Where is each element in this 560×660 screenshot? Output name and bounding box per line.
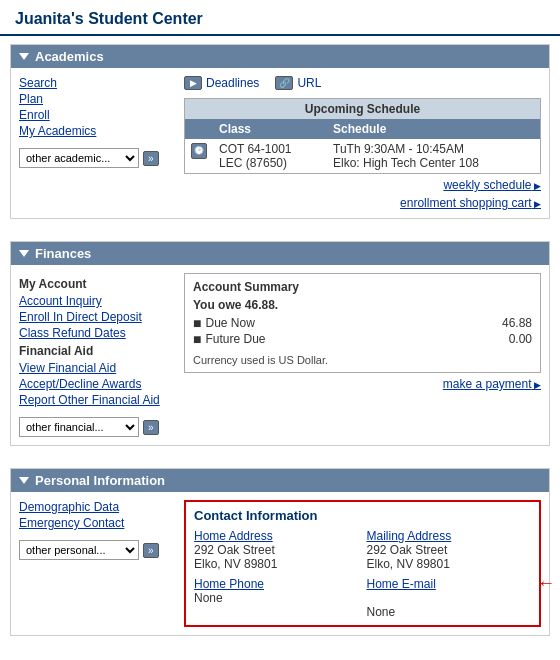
personal-header: Personal Information: [11, 469, 549, 492]
schedule-row-class: COT 64-1001 LEC (87650): [213, 139, 327, 173]
academics-section: Academics Search Plan Enroll My Academic…: [10, 44, 550, 219]
future-due-bullet: ■: [193, 332, 201, 346]
schedule-col-icon: [185, 119, 213, 139]
url-label: URL: [297, 76, 321, 90]
home-email-value: None: [367, 605, 396, 619]
report-other-aid-link[interactable]: Report Other Financial Aid: [19, 393, 174, 407]
home-address-label[interactable]: Home Address: [194, 529, 359, 543]
home-address-cell: Home Address 292 Oak Street Elko, NV 898…: [194, 529, 359, 571]
academics-dropdown-row: other academic... Advisor Transcripts »: [19, 148, 174, 168]
contact-info-title: Contact Information: [194, 508, 531, 523]
personal-collapse-icon: [19, 477, 29, 484]
future-due-amount: 0.00: [482, 332, 532, 346]
finances-body: My Account Account Inquiry Enroll In Dir…: [11, 265, 549, 445]
due-now-amount: 46.88: [482, 316, 532, 330]
view-financial-aid-link[interactable]: View Financial Aid: [19, 361, 174, 375]
home-email-label[interactable]: Home E-mail ←: [367, 577, 532, 591]
page-title: Juanita's Student Center: [0, 0, 560, 36]
deadlines-tool[interactable]: ▶ Deadlines: [184, 76, 259, 90]
future-due-row: ■ Future Due 0.00: [193, 332, 532, 346]
academics-nav: Search Plan Enroll My Academics other ac…: [19, 76, 174, 210]
personal-dropdown[interactable]: other personal... Names Addresses: [19, 540, 139, 560]
currency-note: Currency used is US Dollar.: [193, 354, 532, 366]
personal-go-button[interactable]: »: [143, 543, 159, 558]
schedule-links: weekly schedule: [184, 178, 541, 192]
personal-section: Personal Information Demographic Data Em…: [10, 468, 550, 636]
finances-nav: My Account Account Inquiry Enroll In Dir…: [19, 273, 174, 437]
academics-title: Academics: [35, 49, 104, 64]
home-email-cell: Home E-mail ← None: [367, 577, 532, 619]
personal-body: Demographic Data Emergency Contact other…: [11, 492, 549, 635]
finances-go-button[interactable]: »: [143, 420, 159, 435]
academics-header: Academics: [11, 45, 549, 68]
nav-link-my-academics[interactable]: My Academics: [19, 124, 174, 138]
mailing-address-label[interactable]: Mailing Address: [367, 529, 532, 543]
upcoming-schedule-title: Upcoming Schedule: [185, 99, 540, 119]
nav-link-search[interactable]: Search: [19, 76, 174, 90]
nav-link-enroll[interactable]: Enroll: [19, 108, 174, 122]
home-address-line2: Elko, NV 89801: [194, 557, 277, 571]
future-due-label: Future Due: [205, 332, 482, 346]
class-name-line2: LEC (87650): [219, 156, 287, 170]
my-account-heading: My Account: [19, 277, 174, 291]
schedule-col-schedule: Schedule: [327, 119, 540, 139]
schedule-row-schedule: TuTh 9:30AM - 10:45AM Elko: High Tech Ce…: [327, 139, 540, 173]
academics-go-button[interactable]: »: [143, 151, 159, 166]
demographic-data-link[interactable]: Demographic Data: [19, 500, 174, 514]
schedule-row: 🕑 COT 64-1001 LEC (87650) TuTh 9:30AM - …: [185, 139, 540, 173]
home-address-line1: 292 Oak Street: [194, 543, 275, 557]
schedule-table: Class Schedule 🕑 COT 64-1001 LEC (87650): [185, 119, 540, 173]
make-payment-link[interactable]: make a payment: [443, 377, 541, 391]
academics-dropdown[interactable]: other academic... Advisor Transcripts: [19, 148, 139, 168]
mailing-address-line2: Elko, NV 89801: [367, 557, 450, 571]
finances-content: Account Summary You owe 46.88. ■ Due Now…: [184, 273, 541, 437]
enrollment-cart-link-row: enrollment shopping cart: [184, 196, 541, 210]
class-icon: 🕑: [191, 143, 207, 159]
upcoming-schedule: Upcoming Schedule Class Schedule 🕑: [184, 98, 541, 174]
contact-grid: Home Address 292 Oak Street Elko, NV 898…: [194, 529, 531, 619]
schedule-location: Elko: High Tech Center 108: [333, 156, 479, 170]
finances-title: Finances: [35, 246, 91, 261]
url-icon: 🔗: [275, 76, 293, 90]
due-now-bullet: ■: [193, 316, 201, 330]
personal-content: Contact Information Home Address 292 Oak…: [184, 500, 541, 627]
emergency-contact-link[interactable]: Emergency Contact: [19, 516, 174, 530]
refund-dates-link[interactable]: Class Refund Dates: [19, 326, 174, 340]
due-now-label: Due Now: [205, 316, 482, 330]
finances-collapse-icon: [19, 250, 29, 257]
account-summary-title: Account Summary: [193, 280, 532, 294]
deadlines-label: Deadlines: [206, 76, 259, 90]
personal-title: Personal Information: [35, 473, 165, 488]
financial-aid-heading: Financial Aid: [19, 344, 174, 358]
academics-content: ▶ Deadlines 🔗 URL Upcoming Schedule Clas…: [184, 76, 541, 210]
schedule-time: TuTh 9:30AM - 10:45AM: [333, 142, 464, 156]
home-phone-cell: Home Phone None: [194, 577, 359, 619]
home-phone-label[interactable]: Home Phone: [194, 577, 359, 591]
mailing-address-line1: 292 Oak Street: [367, 543, 448, 557]
collapse-triangle-icon: [19, 53, 29, 60]
finances-section: Finances My Account Account Inquiry Enro…: [10, 241, 550, 446]
enrollment-cart-link[interactable]: enrollment shopping cart: [400, 196, 541, 210]
finances-dropdown-row: other financial... Tax Forms »: [19, 417, 174, 437]
nav-link-plan[interactable]: Plan: [19, 92, 174, 106]
direct-deposit-link[interactable]: Enroll In Direct Deposit: [19, 310, 174, 324]
personal-dropdown-row: other personal... Names Addresses »: [19, 540, 174, 560]
toolbox-row: ▶ Deadlines 🔗 URL: [184, 76, 541, 90]
due-now-row: ■ Due Now 46.88: [193, 316, 532, 330]
account-inquiry-link[interactable]: Account Inquiry: [19, 294, 174, 308]
weekly-schedule-link[interactable]: weekly schedule: [443, 178, 541, 192]
schedule-row-icon-cell: 🕑: [185, 139, 213, 173]
home-phone-value: None: [194, 591, 223, 605]
accept-decline-link[interactable]: Accept/Decline Awards: [19, 377, 174, 391]
contact-info-box: Contact Information Home Address 292 Oak…: [184, 500, 541, 627]
finances-dropdown[interactable]: other financial... Tax Forms: [19, 417, 139, 437]
academics-body: Search Plan Enroll My Academics other ac…: [11, 68, 549, 218]
mailing-address-cell: Mailing Address 292 Oak Street Elko, NV …: [367, 529, 532, 571]
personal-nav: Demographic Data Emergency Contact other…: [19, 500, 174, 627]
url-tool[interactable]: 🔗 URL: [275, 76, 321, 90]
payment-link-row: make a payment: [184, 377, 541, 391]
red-arrow-annotation: ←: [537, 573, 555, 594]
schedule-col-class: Class: [213, 119, 327, 139]
account-summary-box: Account Summary You owe 46.88. ■ Due Now…: [184, 273, 541, 373]
deadlines-icon: ▶: [184, 76, 202, 90]
